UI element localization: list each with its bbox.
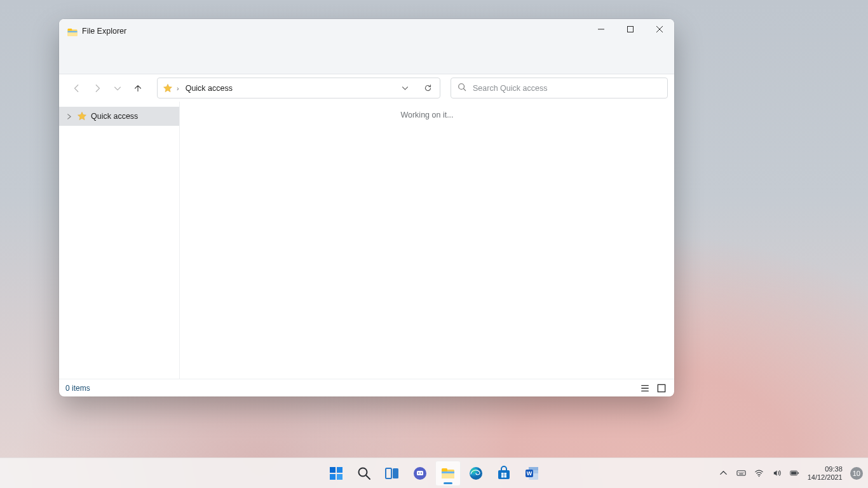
close-button[interactable]	[645, 19, 674, 39]
svg-rect-13	[393, 468, 398, 478]
file-explorer-icon	[67, 27, 78, 38]
sidebar-item-quick-access[interactable]: Quick access	[59, 107, 179, 126]
loading-text: Working on it...	[400, 111, 453, 119]
taskbar-clock[interactable]: 09:38 14/12/2021	[808, 465, 843, 481]
taskbar-center: W	[323, 461, 545, 486]
svg-point-17	[421, 472, 422, 473]
svg-text:W: W	[527, 470, 532, 477]
up-button[interactable]	[128, 78, 148, 98]
chevron-right-icon[interactable]	[64, 114, 73, 119]
maximize-button[interactable]	[616, 19, 645, 39]
svg-rect-7	[330, 467, 336, 473]
svg-rect-26	[501, 475, 504, 478]
svg-rect-10	[337, 474, 342, 480]
address-bar[interactable]: › Quick access	[157, 78, 440, 98]
search-input[interactable]	[473, 84, 661, 93]
svg-point-16	[418, 472, 419, 473]
sidebar-item-label: Quick access	[91, 112, 138, 121]
svg-rect-1	[68, 29, 72, 31]
system-tray: 09:38 14/12/2021 10	[719, 458, 863, 488]
file-explorer-window: File Explorer	[59, 19, 674, 396]
tray-overflow-button[interactable]	[719, 468, 729, 478]
svg-rect-37	[791, 471, 796, 474]
volume-icon[interactable]	[772, 468, 782, 478]
address-dropdown-button[interactable]	[395, 79, 414, 97]
chevron-right-icon: ›	[177, 85, 179, 92]
notifications-button[interactable]: 10	[850, 467, 863, 480]
chat-button[interactable]	[407, 461, 433, 486]
star-icon	[163, 83, 173, 93]
svg-rect-33	[737, 471, 745, 476]
search-box[interactable]	[451, 78, 668, 98]
taskbar-search-button[interactable]	[351, 461, 377, 486]
thumbnails-view-button[interactable]	[655, 382, 668, 395]
svg-rect-12	[386, 468, 391, 478]
desktop: File Explorer	[0, 0, 868, 488]
clock-time: 09:38	[808, 465, 843, 473]
star-icon	[77, 111, 87, 121]
svg-rect-25	[505, 473, 507, 475]
svg-point-5	[459, 83, 465, 89]
svg-rect-8	[337, 467, 342, 473]
svg-rect-3	[68, 31, 78, 32]
recent-dropdown-button[interactable]	[107, 78, 128, 98]
navigation-pane[interactable]: Quick access	[59, 102, 180, 379]
minimize-button[interactable]	[587, 19, 616, 39]
wifi-icon[interactable]	[754, 468, 764, 478]
file-explorer-taskbar-button[interactable]	[435, 461, 461, 486]
back-button[interactable]	[67, 78, 87, 98]
task-view-button[interactable]	[379, 461, 405, 486]
content-pane[interactable]: Working on it...	[180, 102, 674, 379]
navigation-bar: › Quick access	[59, 74, 674, 102]
forward-button[interactable]	[87, 78, 107, 98]
battery-icon[interactable]	[790, 468, 800, 478]
status-bar: 0 items	[59, 379, 674, 396]
word-button[interactable]: W	[519, 461, 545, 486]
window-title: File Explorer	[82, 27, 126, 36]
keyboard-icon[interactable]	[736, 468, 747, 478]
details-view-button[interactable]	[639, 382, 651, 395]
svg-point-11	[359, 468, 367, 476]
refresh-button[interactable]	[418, 79, 437, 97]
svg-point-34	[759, 475, 760, 477]
store-button[interactable]	[491, 461, 517, 486]
svg-rect-23	[498, 470, 510, 479]
svg-rect-21	[442, 471, 454, 473]
svg-rect-6	[658, 384, 665, 391]
svg-rect-15	[417, 471, 423, 475]
start-button[interactable]	[323, 461, 349, 486]
svg-rect-27	[505, 475, 507, 478]
edge-button[interactable]	[463, 461, 489, 486]
clock-date: 14/12/2021	[808, 473, 843, 482]
svg-rect-19	[442, 468, 447, 471]
search-icon	[458, 83, 466, 94]
svg-rect-4	[628, 27, 634, 32]
taskbar[interactable]: W 09:38 14/12/2021 10	[0, 458, 868, 488]
titlebar[interactable]: File Explorer	[59, 19, 674, 74]
svg-rect-24	[501, 473, 504, 475]
svg-rect-9	[330, 474, 336, 480]
breadcrumb-quick-access[interactable]: Quick access	[183, 81, 235, 95]
item-count-text: 0 items	[65, 384, 90, 393]
svg-rect-36	[798, 472, 799, 474]
